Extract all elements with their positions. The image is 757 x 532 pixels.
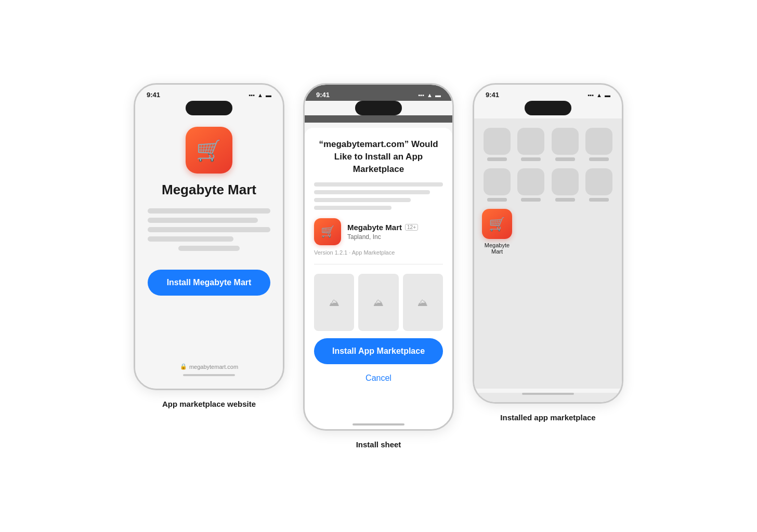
screenshot-2: ⛰ bbox=[358, 274, 398, 331]
phone3: 9:41 ▪▪▪ ▲ ▬ bbox=[473, 83, 623, 404]
divider-1 bbox=[314, 264, 443, 264]
cancel-button[interactable]: Cancel bbox=[314, 369, 443, 387]
app-name-large: Megabyte Mart bbox=[162, 182, 256, 198]
app-icon-small: 🛒 bbox=[314, 218, 341, 245]
version-line: Version 1.2.1 · App Marketplace bbox=[314, 249, 443, 256]
phone2-column: 9:41 ▪▪▪ ▲ ▬ “megabytemart.com” Would Li… bbox=[303, 83, 454, 449]
spl-4 bbox=[314, 206, 391, 210]
img-icon-1: ⛰ bbox=[329, 297, 340, 309]
status-icons-2: ▪▪▪ ▲ ▬ bbox=[418, 92, 441, 98]
grid-row-2 bbox=[481, 168, 615, 202]
grid-cell-1 bbox=[481, 128, 513, 161]
status-time-3: 9:41 bbox=[486, 91, 499, 99]
url-text: megabytemart.com bbox=[189, 364, 238, 370]
spl-2 bbox=[314, 190, 430, 194]
grid-label-3 bbox=[555, 157, 575, 161]
grid-icon-6 bbox=[517, 168, 544, 195]
dynamic-island-3 bbox=[525, 101, 571, 115]
phone1-label: App marketplace website bbox=[162, 400, 256, 408]
install-megabyte-mart-button[interactable]: Install Megabyte Mart bbox=[148, 270, 270, 296]
placeholder-line-4 bbox=[148, 236, 233, 242]
grid-icon-4 bbox=[585, 128, 612, 155]
app-row: 🛒 Megabyte Mart 12+ Tapland, Inc bbox=[314, 218, 443, 245]
status-bar-1: 9:41 ▪▪▪ ▲ ▬ bbox=[135, 85, 283, 101]
grid-label-5 bbox=[487, 198, 507, 202]
wifi-icon: ▲ bbox=[257, 92, 263, 98]
home-indicator-2 bbox=[353, 423, 404, 425]
installed-app-cell[interactable]: 🛒 MegabyteMart bbox=[481, 209, 513, 255]
spl-3 bbox=[314, 198, 411, 202]
phone3-label: Installed app marketplace bbox=[500, 413, 595, 422]
phone2-bottom-bar bbox=[305, 419, 452, 429]
placeholder-line-3 bbox=[148, 227, 270, 232]
app-name-sheet: Megabyte Mart bbox=[347, 223, 402, 232]
phone2-label: Install sheet bbox=[356, 440, 401, 449]
phone1-footer: 🔒 megabytemart.com bbox=[148, 353, 270, 376]
grid-cell-12 bbox=[583, 209, 615, 255]
basket-icon-large: 🛒 bbox=[196, 140, 222, 161]
age-badge: 12+ bbox=[405, 224, 418, 231]
grid-label-1 bbox=[487, 157, 507, 161]
signal-icon-3: ▪▪▪ bbox=[588, 92, 594, 98]
grid-icon-5 bbox=[484, 168, 511, 195]
app-info-name: Megabyte Mart 12+ bbox=[347, 223, 418, 232]
status-time-2: 9:41 bbox=[316, 91, 330, 99]
status-icons-3: ▪▪▪ ▲ ▬ bbox=[588, 92, 610, 98]
grid-icon-8 bbox=[585, 168, 612, 195]
app-grid-section: 🛒 MegabyteMart bbox=[478, 123, 618, 265]
phone3-bottom bbox=[474, 393, 622, 402]
grid-icon-3 bbox=[552, 128, 579, 155]
app-developer: Tapland, Inc bbox=[347, 233, 418, 241]
grid-cell-5 bbox=[481, 168, 513, 202]
phone2: 9:41 ▪▪▪ ▲ ▬ “megabytemart.com” Would Li… bbox=[303, 83, 454, 431]
phone2-bg-top bbox=[305, 115, 452, 123]
img-icon-3: ⛰ bbox=[417, 297, 428, 309]
placeholder-line-5 bbox=[178, 246, 240, 251]
install-marketplace-button[interactable]: Install App Marketplace bbox=[314, 338, 443, 364]
grid-cell-4 bbox=[583, 128, 615, 161]
grid-cell-10 bbox=[515, 209, 546, 255]
spl-1 bbox=[314, 182, 443, 187]
home-bar-1 bbox=[183, 374, 235, 376]
grid-cell-3 bbox=[550, 128, 581, 161]
grid-label-2 bbox=[521, 157, 541, 161]
grid-label-7 bbox=[555, 198, 575, 202]
signal-icon-2: ▪▪▪ bbox=[418, 92, 424, 98]
grid-cell-6 bbox=[515, 168, 546, 202]
signal-icon: ▪▪▪ bbox=[249, 92, 255, 98]
grid-cell-7 bbox=[550, 168, 581, 202]
phone1: 9:41 ▪▪▪ ▲ ▬ 🛒 Megabyte Mart bbox=[134, 83, 284, 390]
install-sheet: “megabytemart.com” Would Like to Install… bbox=[305, 128, 452, 419]
scene: 9:41 ▪▪▪ ▲ ▬ 🛒 Megabyte Mart bbox=[134, 83, 623, 449]
placeholder-line-1 bbox=[148, 208, 270, 214]
img-icon-2: ⛰ bbox=[373, 297, 384, 309]
app-info: Megabyte Mart 12+ Tapland, Inc bbox=[347, 223, 418, 241]
lock-icon: 🔒 bbox=[180, 363, 187, 370]
battery-icon-2: ▬ bbox=[435, 92, 441, 98]
screenshot-3: ⛰ bbox=[403, 274, 443, 331]
grid-row-1 bbox=[481, 128, 615, 161]
home-indicator-3 bbox=[522, 393, 574, 395]
grid-row-3: 🛒 MegabyteMart bbox=[481, 209, 615, 255]
phone1-placeholder-lines bbox=[148, 208, 270, 251]
grid-icon-1 bbox=[484, 128, 511, 155]
placeholder-line-2 bbox=[148, 218, 258, 223]
wifi-icon-3: ▲ bbox=[596, 92, 602, 98]
battery-icon-3: ▬ bbox=[605, 92, 610, 98]
grid-icon-7 bbox=[552, 168, 579, 195]
status-bar-2: 9:41 ▪▪▪ ▲ ▬ bbox=[305, 85, 452, 101]
phone1-content: 🛒 Megabyte Mart Install Megabyte Mart bbox=[135, 118, 283, 389]
grid-icon-2 bbox=[517, 128, 544, 155]
dynamic-island-1 bbox=[186, 101, 232, 115]
status-time-1: 9:41 bbox=[147, 91, 160, 99]
status-bar-3: 9:41 ▪▪▪ ▲ ▬ bbox=[474, 85, 622, 101]
grid-label-6 bbox=[521, 198, 541, 202]
screenshots-row: ⛰ ⛰ ⛰ bbox=[314, 274, 443, 331]
grid-label-4 bbox=[589, 157, 609, 161]
status-icons-1: ▪▪▪ ▲ ▬ bbox=[249, 92, 271, 98]
dynamic-island-2 bbox=[355, 101, 402, 115]
phone3-column: 9:41 ▪▪▪ ▲ ▬ bbox=[473, 83, 623, 422]
footer-url: 🔒 megabytemart.com bbox=[180, 363, 238, 370]
basket-icon-sm: 🛒 bbox=[321, 225, 335, 238]
phone1-column: 9:41 ▪▪▪ ▲ ▬ 🛒 Megabyte Mart bbox=[134, 83, 284, 408]
